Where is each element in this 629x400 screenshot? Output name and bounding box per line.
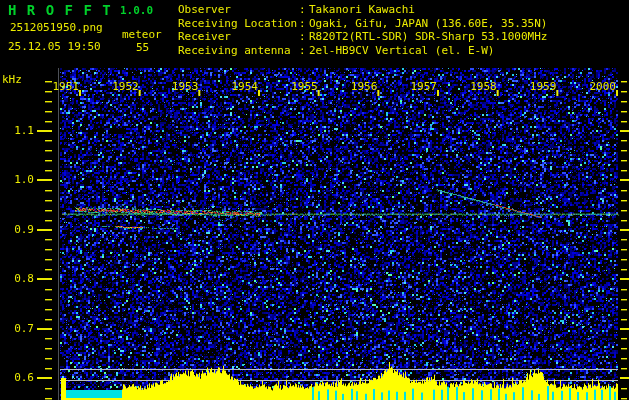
time-tick-label: 1956	[349, 80, 377, 93]
info-label: Observer	[178, 3, 299, 17]
info-label: Receiving Location	[178, 17, 299, 31]
time-tick-label: 1951	[51, 80, 79, 93]
station-info: Observer:Takanori KawachiReceiving Locat…	[178, 3, 547, 57]
hrofft-output: H R O F F T 1.0.0 2512051950.png meteor …	[0, 0, 629, 400]
info-label: Receiver	[178, 30, 299, 44]
station-info-row: Receiving Location:Ogaki, Gifu, JAPAN (1…	[178, 17, 547, 31]
minute-count: 55	[136, 41, 149, 54]
time-tick-label: 2000	[588, 80, 616, 93]
app-title: H R O F F T	[8, 2, 112, 18]
time-tick-label: 1959	[528, 80, 556, 93]
info-value: Takanori Kawachi	[309, 3, 415, 17]
time-tick-label: 1953	[170, 80, 198, 93]
output-filename: 2512051950.png	[10, 21, 103, 34]
station-info-row: Receiver:R820T2(RTL-SDR) SDR-Sharp 53.10…	[178, 30, 547, 44]
time-tick-label: 1954	[230, 80, 258, 93]
time-tick-label: 1955	[290, 80, 318, 93]
station-info-row: Observer:Takanori Kawachi	[178, 3, 547, 17]
mode-label: meteor	[122, 28, 162, 41]
info-colon: :	[299, 30, 309, 44]
app-version: 1.0.0	[120, 4, 153, 17]
info-value: 2el-HB9CV Vertical (el. E-W)	[309, 44, 494, 58]
freq-tick-label: 1.1	[0, 124, 34, 137]
freq-tick-label: 0.7	[0, 322, 34, 335]
info-colon: :	[299, 3, 309, 17]
time-tick-label: 1958	[469, 80, 497, 93]
freq-axis-unit: kHz	[2, 73, 22, 86]
spectrogram-canvas	[0, 0, 629, 400]
time-tick-label: 1957	[409, 80, 437, 93]
info-colon: :	[299, 44, 309, 58]
datetime-label: 25.12.05 19:50	[8, 40, 101, 53]
time-tick-label: 1952	[111, 80, 139, 93]
freq-tick-label: 0.9	[0, 223, 34, 236]
freq-tick-label: 0.6	[0, 371, 34, 384]
info-colon: :	[299, 17, 309, 31]
info-value: R820T2(RTL-SDR) SDR-Sharp 53.1000MHz	[309, 30, 547, 44]
info-value: Ogaki, Gifu, JAPAN (136.60E, 35.35N)	[309, 17, 547, 31]
station-info-row: Receiving antenna:2el-HB9CV Vertical (el…	[178, 44, 547, 58]
freq-tick-label: 0.8	[0, 272, 34, 285]
freq-tick-label: 1.0	[0, 173, 34, 186]
info-label: Receiving antenna	[178, 44, 299, 58]
